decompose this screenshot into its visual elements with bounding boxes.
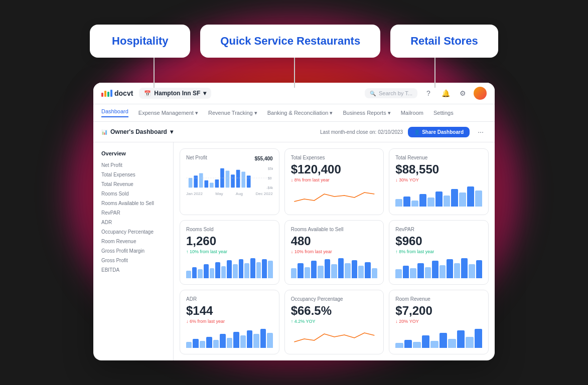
card-rooms-sold-value: 1,260: [186, 234, 273, 248]
nav-business[interactable]: Business Reports ▾: [343, 110, 390, 116]
sidebar-item-gross-margin[interactable]: Gross Profit Margin: [93, 246, 173, 256]
main-container: Hospitality Quick Service Restaurants Re…: [18, 25, 570, 360]
net-profit-chart-container: $5k $0 -$4k: [186, 165, 273, 190]
sidebar-item-net-profit[interactable]: Net Profit: [93, 160, 173, 170]
card-total-expenses-subtitle: ↓ 8% from last year: [291, 177, 378, 182]
help-icon: ?: [426, 89, 430, 97]
connector-line-3: [434, 58, 435, 88]
svg-rect-3: [204, 180, 208, 187]
total-expenses-chart: [291, 186, 378, 207]
card-adr-value: $144: [186, 304, 273, 318]
tab-retail[interactable]: Retail Stores: [390, 25, 498, 58]
hotel-selector[interactable]: 📅 Hampton Inn SF ▾: [139, 88, 211, 99]
sidebar-item-total-expenses[interactable]: Total Expenses: [93, 170, 173, 179]
logo-bar-1: [101, 93, 103, 97]
search-placeholder: Search by T...: [379, 90, 412, 96]
search-box[interactable]: 🔍 Search by T...: [365, 88, 417, 98]
svg-rect-1: [194, 175, 198, 187]
sidebar-item-ebitda[interactable]: EBITDA: [93, 265, 173, 275]
tab-qsr-label: Quick Service Restaurants: [220, 35, 360, 47]
dashboard-title-chevron: ▾: [170, 128, 173, 135]
metrics-grid: Net Profit $55,400: [174, 142, 495, 360]
tab-hospitality-label: Hospitality: [112, 35, 168, 47]
svg-text:-$4k: -$4k: [266, 186, 272, 189]
card-rooms-sold-title: Rooms Sold: [186, 227, 273, 232]
dashboard-window: docvt 📅 Hampton Inn SF ▾ 🔍 Search by T..…: [93, 83, 495, 360]
card-rooms-available-title: Rooms Available to Sell: [291, 227, 378, 232]
svg-rect-7: [226, 171, 230, 188]
topbar-right: 🔍 Search by T... ? 🔔 ⚙: [365, 87, 487, 100]
revpar-chart: [395, 258, 482, 278]
rooms-available-chart: [291, 258, 378, 278]
card-net-profit-value: $55,400: [255, 156, 273, 161]
svg-rect-9: [236, 170, 240, 187]
svg-text:$0: $0: [268, 176, 272, 180]
card-rooms-available: Rooms Available to Sell 480 ↓ 10% from l…: [284, 220, 384, 285]
logo: docvt: [101, 89, 133, 97]
rooms-sold-chart: [186, 258, 273, 278]
sidebar-item-room-revenue[interactable]: Room Revenue: [93, 237, 173, 246]
share-btn-label: Share Dashboard: [422, 129, 464, 135]
nav-dashboard[interactable]: Dashboard: [101, 108, 128, 117]
sidebar-item-occupancy[interactable]: Occupancy Percentage: [93, 227, 173, 237]
sub-header: 📊 Owner's Dashboard ▾ Last month-end clo…: [93, 122, 495, 142]
card-room-revenue: Room Revenue $7,200 ↓ 20% YOY: [389, 290, 489, 354]
sidebar-item-adr[interactable]: ADR: [93, 218, 173, 227]
tab-qsr[interactable]: Quick Service Restaurants: [200, 25, 380, 58]
help-button[interactable]: ?: [422, 87, 434, 99]
chevron-down-icon: ▾: [203, 90, 206, 97]
card-revpar-subtitle: ↑ 8% from last year: [395, 249, 482, 254]
notifications-button[interactable]: 🔔: [439, 87, 452, 99]
nav-expense[interactable]: Expense Management ▾: [138, 110, 198, 116]
card-rooms-sold: Rooms Sold 1,260 ↑ 10% from last year: [180, 220, 279, 285]
connector-line-1: [154, 58, 155, 88]
card-adr: ADR $144 ↓ 6% from last year: [180, 290, 279, 354]
tab-hospitality[interactable]: Hospitality: [90, 25, 190, 58]
avatar[interactable]: [474, 87, 487, 100]
more-options-button[interactable]: ···: [475, 126, 487, 138]
nav-revenue[interactable]: Revenue Tracking ▾: [208, 110, 257, 116]
svg-rect-4: [210, 183, 214, 188]
card-adr-title: ADR: [186, 296, 273, 302]
card-occupancy-value: $66.5%: [291, 304, 378, 318]
nav-settings[interactable]: Settings: [433, 110, 454, 116]
card-revpar-value: $960: [395, 234, 482, 248]
calendar-icon: 📅: [144, 90, 151, 97]
nav-banking[interactable]: Banking & Reconciliation ▾: [267, 110, 333, 116]
sidebar-item-rooms-available[interactable]: Rooms Available to Sell: [93, 199, 173, 208]
logo-bar-3: [107, 92, 109, 97]
logo-text: docvt: [114, 89, 133, 97]
dashboard-title-text: Owner's Dashboard: [110, 128, 167, 135]
card-net-profit-title: Net Profit: [186, 155, 207, 160]
card-total-expenses: Total Expenses $120,400 ↓ 8% from last y…: [284, 148, 384, 215]
card-net-profit: Net Profit $55,400: [180, 148, 279, 215]
last-close-text: Last month-end close on: 02/10/2023: [320, 129, 403, 135]
bell-icon: 🔔: [442, 89, 450, 97]
svg-rect-8: [231, 174, 235, 187]
card-revpar-title: RevPAR: [395, 227, 482, 232]
nav-mailroom[interactable]: Mailroom: [401, 110, 423, 116]
sidebar-section-overview: Overview: [93, 148, 173, 158]
connector-area: [56, 58, 532, 88]
sidebar-item-total-revenue[interactable]: Total Revenue: [93, 179, 173, 189]
sidebar-item-gross-profit[interactable]: Gross Profit: [93, 256, 173, 265]
sidebar-item-revpar[interactable]: RevPAR: [93, 208, 173, 218]
card-total-revenue-value: $88,550: [395, 162, 482, 176]
logo-bars: [101, 90, 112, 97]
card-total-revenue-subtitle: ↓ 30% YOY: [395, 177, 482, 182]
share-icon: 👤: [414, 129, 420, 135]
search-icon: 🔍: [370, 91, 376, 96]
card-total-expenses-title: Total Expenses: [291, 155, 378, 160]
occupancy-chart: [291, 328, 378, 345]
svg-rect-5: [215, 179, 219, 187]
sub-header-right: Last month-end close on: 02/10/2023 👤 Sh…: [320, 126, 487, 138]
card-occupancy: Occupancy Percentage $66.5% ↑ 4.2% YOY: [284, 290, 384, 354]
net-profit-chart: $5k $0 -$4k: [186, 165, 273, 190]
share-dashboard-button[interactable]: 👤 Share Dashboard: [408, 127, 470, 137]
card-room-revenue-value: $7,200: [395, 304, 482, 318]
settings-button[interactable]: ⚙: [457, 87, 469, 99]
card-rooms-sold-subtitle: ↑ 10% from last year: [186, 249, 273, 254]
sidebar-item-rooms-sold[interactable]: Rooms Sold: [93, 189, 173, 199]
industry-tabs: Hospitality Quick Service Restaurants Re…: [56, 25, 532, 58]
dashboard-title[interactable]: 📊 Owner's Dashboard ▾: [101, 128, 173, 135]
